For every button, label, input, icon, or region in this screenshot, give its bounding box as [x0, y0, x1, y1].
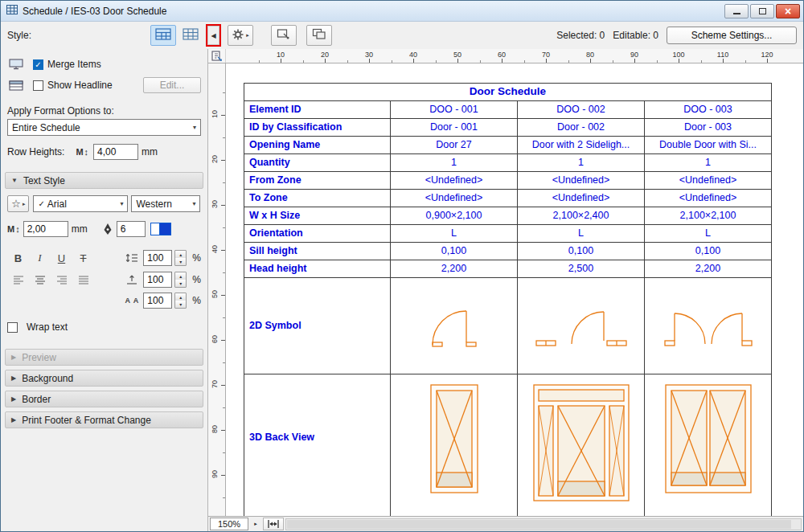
- collapse-sidebar-button[interactable]: ◀: [207, 26, 219, 45]
- character-spacing-input[interactable]: 100: [143, 293, 172, 309]
- cell-value[interactable]: L: [645, 225, 772, 243]
- cell-value[interactable]: <Undefined>: [518, 172, 645, 190]
- edit-button[interactable]: Edit...: [143, 77, 201, 93]
- row-label[interactable]: To Zone: [244, 190, 391, 207]
- align-center-button[interactable]: [29, 271, 51, 289]
- cell-value[interactable]: 1: [391, 154, 518, 172]
- row-label[interactable]: Head height: [244, 260, 391, 278]
- door-3d-view-3[interactable]: [645, 374, 772, 517]
- row-label[interactable]: Element ID: [244, 101, 391, 119]
- cell-value[interactable]: L: [391, 225, 518, 243]
- table-row: OrientationLLL: [244, 225, 772, 243]
- pen-number-input[interactable]: 6: [117, 221, 146, 237]
- pen-color-swatch[interactable]: [150, 223, 171, 235]
- show-headline-checkbox[interactable]: [33, 80, 43, 91]
- cell-value[interactable]: 2,100×2,400: [518, 207, 645, 225]
- cell-value[interactable]: 0,100: [518, 243, 645, 260]
- door-2d-symbol-1[interactable]: [391, 278, 518, 374]
- row-label[interactable]: From Zone: [244, 172, 391, 190]
- wrap-text-checkbox[interactable]: [7, 322, 18, 333]
- zoom-level-display[interactable]: 150%: [210, 518, 248, 530]
- schedule-settings-gear-button[interactable]: ▸: [228, 25, 253, 46]
- cell-value[interactable]: Door 27: [391, 137, 518, 154]
- cell-value[interactable]: <Undefined>: [391, 190, 518, 207]
- door-3d-view-2[interactable]: [518, 374, 645, 517]
- font-script-select[interactable]: Western ▾: [131, 195, 200, 212]
- row-height-input[interactable]: 4,00: [93, 144, 138, 160]
- fit-in-window-button[interactable]: [263, 518, 284, 530]
- cell-value[interactable]: 0,100: [645, 243, 772, 260]
- cell-value[interactable]: <Undefined>: [391, 172, 518, 190]
- door-2d-symbol-2[interactable]: [518, 278, 645, 374]
- cell-value[interactable]: 0,100: [391, 243, 518, 260]
- text-style-section-header[interactable]: ▼ Text Style: [5, 172, 203, 189]
- cell-value[interactable]: 2,500: [518, 260, 645, 278]
- style-view-grid-button[interactable]: [178, 25, 203, 46]
- horizontal-scrollbar[interactable]: [285, 518, 802, 530]
- ruler-origin-button[interactable]: [208, 49, 226, 63]
- cell-value[interactable]: 0,900×2,100: [391, 207, 518, 225]
- row-label[interactable]: 3D Back View: [244, 374, 391, 517]
- schedule-title[interactable]: Door Schedule: [244, 84, 772, 101]
- cell-value[interactable]: Door - 002: [518, 119, 645, 137]
- align-right-button[interactable]: [51, 271, 72, 289]
- preview-section-header[interactable]: ▶ Preview: [5, 349, 203, 366]
- cell-value[interactable]: Door with 2 Sideligh...: [518, 137, 645, 154]
- font-select[interactable]: ✓ Arial ▾: [33, 195, 128, 212]
- favorite-text-style-button[interactable]: ☆ ▸: [7, 195, 29, 212]
- close-button[interactable]: ×: [776, 4, 800, 18]
- row-label[interactable]: ID by Classification: [244, 119, 391, 137]
- cell-value[interactable]: 1: [645, 154, 772, 172]
- line-spacing-input[interactable]: 100: [143, 250, 172, 266]
- background-section-header[interactable]: ▶ Background: [5, 370, 203, 387]
- cell-value[interactable]: 1: [518, 154, 645, 172]
- row-label[interactable]: Quantity: [244, 154, 391, 172]
- zoom-flyout-button[interactable]: ▸: [250, 518, 261, 530]
- cell-value[interactable]: <Undefined>: [645, 190, 772, 207]
- horizontal-ruler[interactable]: 102030405060708090100110120: [226, 49, 803, 63]
- cell-value[interactable]: 2,200: [391, 260, 518, 278]
- character-spacing-stepper[interactable]: ▴▾: [174, 293, 187, 309]
- strikethrough-button[interactable]: T: [72, 249, 94, 267]
- cell-value[interactable]: DOO - 002: [518, 101, 645, 119]
- paragraph-spacing-input[interactable]: 100: [143, 272, 172, 288]
- paragraph-spacing-stepper[interactable]: ▴▾: [174, 272, 187, 288]
- cell-value[interactable]: Door - 001: [391, 119, 518, 137]
- style-view-merged-button[interactable]: [150, 25, 176, 46]
- cell-value[interactable]: Double Door with Si...: [645, 137, 772, 154]
- print-footer-section-header[interactable]: ▶ Print Footer & Format Change: [5, 411, 203, 428]
- font-size-input[interactable]: 2,00: [23, 221, 68, 237]
- row-label[interactable]: Opening Name: [244, 137, 391, 154]
- cell-value[interactable]: DOO - 003: [645, 101, 772, 119]
- scheme-settings-button[interactable]: Scheme Settings...: [667, 27, 797, 44]
- cell-value[interactable]: 2,100×2,100: [645, 207, 772, 225]
- align-left-button[interactable]: [7, 271, 29, 289]
- door-3d-view-1[interactable]: [391, 374, 518, 517]
- apply-format-select[interactable]: Entire Schedule ▾: [7, 119, 201, 136]
- restore-button[interactable]: [750, 4, 774, 18]
- minimize-button[interactable]: [724, 4, 749, 18]
- cell-value[interactable]: <Undefined>: [645, 172, 772, 190]
- cell-value[interactable]: L: [518, 225, 645, 243]
- row-label[interactable]: Orientation: [244, 225, 391, 243]
- cell-value[interactable]: 2,200: [645, 260, 772, 278]
- merge-items-checkbox[interactable]: ✓: [33, 59, 43, 70]
- border-section-header[interactable]: ▶ Border: [5, 391, 203, 407]
- row-label[interactable]: 2D Symbol: [244, 278, 391, 374]
- cell-value[interactable]: Door - 003: [645, 119, 772, 137]
- cell-value[interactable]: <Undefined>: [518, 190, 645, 207]
- jump-to-element-button[interactable]: [306, 25, 332, 46]
- cell-value[interactable]: DOO - 001: [391, 101, 518, 119]
- line-spacing-stepper[interactable]: ▴▾: [174, 250, 187, 266]
- vertical-ruler[interactable]: 102030405060708090: [208, 63, 226, 516]
- door-2d-symbol-3[interactable]: [645, 278, 772, 374]
- bold-button[interactable]: B: [7, 249, 29, 267]
- underline-button[interactable]: U: [51, 249, 72, 267]
- schedule-canvas[interactable]: Door Schedule Element IDDOO - 001DOO - 0…: [226, 63, 803, 516]
- row-label[interactable]: Sill height: [244, 243, 391, 260]
- italic-button[interactable]: I: [29, 249, 51, 267]
- row-label[interactable]: W x H Size: [244, 207, 391, 225]
- align-justify-button[interactable]: [72, 271, 94, 289]
- filter-elements-button[interactable]: [271, 25, 297, 46]
- scrollbar-thumb[interactable]: [287, 520, 791, 529]
